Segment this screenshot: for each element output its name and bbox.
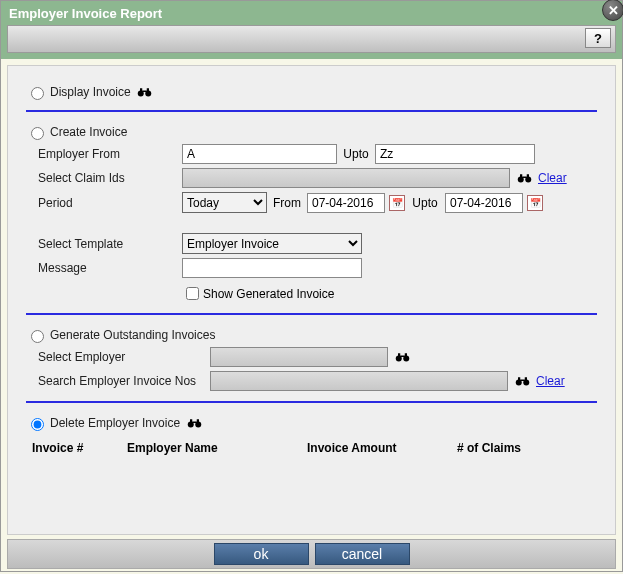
row-period: Period Today From 📅 Upto 📅	[26, 192, 597, 213]
svg-rect-18	[524, 377, 526, 380]
svg-rect-22	[190, 419, 192, 422]
col-employer-name: Employer Name	[127, 441, 307, 455]
svg-rect-3	[147, 88, 149, 91]
cancel-button[interactable]: cancel	[315, 543, 410, 565]
divider	[26, 313, 597, 315]
row-employer-from: Employer From Upto	[26, 144, 597, 164]
radio-display-invoice[interactable]	[31, 87, 44, 100]
option-delete-invoice[interactable]: Delete Employer Invoice	[26, 415, 597, 431]
col-invoice-no: Invoice #	[32, 441, 127, 455]
binoculars-icon[interactable]	[137, 84, 153, 100]
svg-rect-4	[142, 91, 147, 93]
row-message: Message	[26, 258, 597, 278]
input-date-from[interactable]	[307, 193, 385, 213]
help-button[interactable]: ?	[585, 28, 611, 48]
select-period[interactable]: Today	[182, 192, 267, 213]
calendar-icon[interactable]: 📅	[527, 195, 543, 211]
input-search-invoice-nos[interactable]	[210, 371, 508, 391]
toolbar: ?	[7, 25, 616, 53]
svg-rect-24	[192, 422, 197, 424]
content-panel: Display Invoice Create Invoice Employer …	[7, 65, 616, 535]
row-show-generated: Show Generated Invoice	[26, 284, 597, 303]
svg-rect-12	[398, 353, 400, 356]
help-label: ?	[594, 31, 602, 46]
svg-rect-8	[526, 174, 528, 177]
svg-rect-14	[400, 356, 405, 358]
label-delete-invoice: Delete Employer Invoice	[50, 416, 180, 430]
input-claim-ids[interactable]	[182, 168, 510, 188]
label-period: Period	[32, 196, 182, 210]
label-create-invoice: Create Invoice	[50, 125, 127, 139]
svg-rect-13	[404, 353, 406, 356]
svg-rect-19	[520, 380, 525, 382]
divider	[26, 401, 597, 403]
row-claim-ids: Select Claim Ids Clear	[26, 168, 597, 188]
checkbox-show-generated[interactable]	[186, 287, 199, 300]
input-date-upto[interactable]	[445, 193, 523, 213]
option-create-invoice[interactable]: Create Invoice	[26, 124, 597, 140]
label-display-invoice: Display Invoice	[50, 85, 131, 99]
label-show-generated: Show Generated Invoice	[203, 287, 334, 301]
option-display-invoice[interactable]: Display Invoice	[26, 84, 597, 100]
col-invoice-amount: Invoice Amount	[307, 441, 457, 455]
label-claim-ids: Select Claim Ids	[32, 171, 182, 185]
svg-rect-17	[518, 377, 520, 380]
label-select-employer: Select Employer	[32, 350, 210, 364]
svg-rect-9	[522, 177, 527, 179]
row-template: Select Template Employer Invoice	[26, 233, 597, 254]
radio-generate-outstanding[interactable]	[31, 330, 44, 343]
dialog-title: Employer Invoice Report	[1, 1, 622, 25]
input-employer-from[interactable]	[182, 144, 337, 164]
radio-delete-invoice[interactable]	[31, 418, 44, 431]
input-message[interactable]	[182, 258, 362, 278]
footer-bar: ok cancel	[7, 539, 616, 569]
link-clear-invoice-nos[interactable]: Clear	[536, 374, 565, 388]
ok-button[interactable]: ok	[214, 543, 309, 565]
calendar-icon[interactable]: 📅	[389, 195, 405, 211]
input-select-employer[interactable]	[210, 347, 388, 367]
label-upto: Upto	[337, 147, 375, 161]
label-employer-from: Employer From	[32, 147, 182, 161]
title-text: Employer Invoice Report	[9, 6, 162, 21]
label-message: Message	[32, 261, 182, 275]
label-template: Select Template	[32, 237, 182, 251]
svg-rect-2	[140, 88, 142, 91]
dialog-window: ✕ Employer Invoice Report ? Display Invo…	[0, 0, 623, 572]
delete-table-header: Invoice # Employer Name Invoice Amount #…	[26, 441, 597, 455]
label-period-upto: Upto	[405, 196, 445, 210]
divider	[26, 110, 597, 112]
input-employer-upto[interactable]	[375, 144, 535, 164]
col-num-claims: # of Claims	[457, 441, 557, 455]
binoculars-icon[interactable]	[514, 373, 530, 389]
svg-rect-23	[196, 419, 198, 422]
label-generate-outstanding: Generate Outstanding Invoices	[50, 328, 215, 342]
close-icon[interactable]: ✕	[602, 0, 623, 21]
select-template[interactable]: Employer Invoice	[182, 233, 362, 254]
label-search-invoice-nos: Search Employer Invoice Nos	[32, 374, 210, 388]
binoculars-icon[interactable]	[394, 349, 410, 365]
row-search-invoice-nos: Search Employer Invoice Nos Clear	[26, 371, 597, 391]
binoculars-icon[interactable]	[516, 170, 532, 186]
svg-rect-7	[520, 174, 522, 177]
link-clear-claims[interactable]: Clear	[538, 171, 567, 185]
option-generate-outstanding[interactable]: Generate Outstanding Invoices	[26, 327, 597, 343]
row-select-employer: Select Employer	[26, 347, 597, 367]
label-from: From	[267, 196, 307, 210]
binoculars-icon[interactable]	[186, 415, 202, 431]
radio-create-invoice[interactable]	[31, 127, 44, 140]
